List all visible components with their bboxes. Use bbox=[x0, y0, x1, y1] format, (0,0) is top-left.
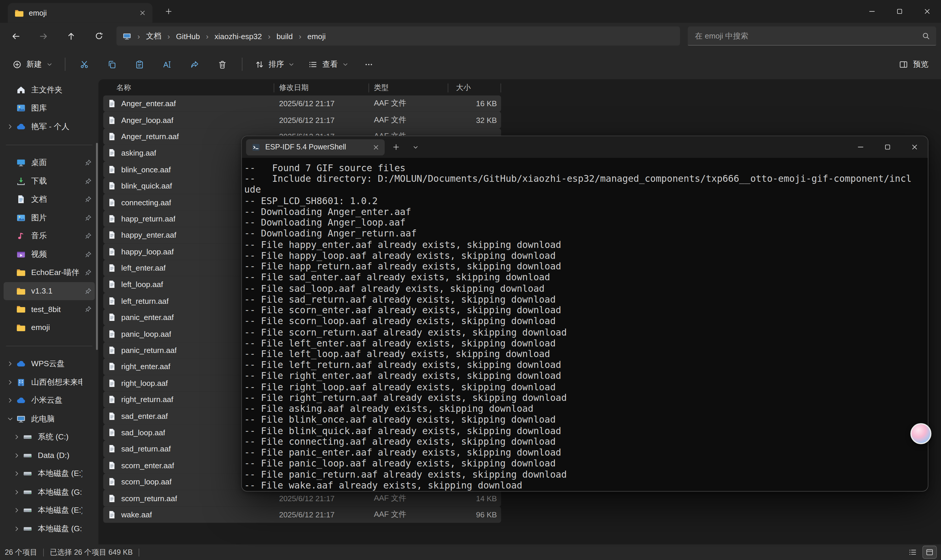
sidebar-item[interactable]: 小米云盘 bbox=[3, 392, 95, 409]
large-thumbnails-toggle[interactable] bbox=[923, 546, 936, 558]
file-icon bbox=[107, 313, 117, 322]
preview-button[interactable]: 预览 bbox=[894, 54, 934, 74]
expand-chevron-icon[interactable] bbox=[10, 507, 23, 513]
delete-button[interactable] bbox=[210, 54, 234, 74]
sidebar-item[interactable]: 艳军 - 个人 bbox=[3, 118, 95, 135]
sidebar-item[interactable]: 本地磁盘 (G:) bbox=[10, 483, 95, 501]
tab-close-button[interactable] bbox=[137, 8, 148, 18]
terminal-line: -- File happ_return.aaf already exists, … bbox=[244, 261, 926, 272]
search-input[interactable] bbox=[694, 31, 922, 41]
terminal-new-tab-button[interactable] bbox=[388, 139, 404, 155]
terminal-maximize-button[interactable] bbox=[874, 136, 901, 158]
file-row[interactable]: Anger_loop.aaf 2025/6/12 21:17 AAF 文件 32… bbox=[103, 112, 501, 128]
sidebar-item[interactable]: 桌面 bbox=[3, 154, 95, 171]
terminal-tab-dropdown-button[interactable] bbox=[407, 139, 423, 155]
terminal-tab-close-button[interactable] bbox=[372, 144, 379, 150]
new-button[interactable]: 新建 bbox=[7, 54, 57, 74]
terminal-titlebar[interactable]: ESP-IDF 5.4 PowerShell bbox=[242, 136, 928, 158]
rename-button[interactable] bbox=[155, 54, 179, 74]
expand-chevron-icon[interactable] bbox=[10, 471, 23, 477]
terminal-output[interactable]: -- Found 7 GIF source files-- Include di… bbox=[242, 158, 928, 491]
floating-avatar[interactable] bbox=[910, 423, 931, 444]
file-name: panic_loop.aaf bbox=[121, 329, 171, 338]
column-header[interactable]: 名称 bbox=[103, 80, 274, 95]
back-button[interactable] bbox=[6, 26, 26, 46]
expand-chevron-icon[interactable] bbox=[3, 416, 16, 422]
sidebar-item[interactable]: test_8bit bbox=[3, 300, 95, 318]
expand-chevron-icon[interactable] bbox=[3, 123, 16, 129]
explorer-tabstrip: emoji bbox=[0, 0, 941, 23]
paste-button[interactable] bbox=[128, 54, 152, 74]
expand-chevron-icon[interactable] bbox=[10, 526, 23, 531]
sidebar-item[interactable]: 图片 bbox=[3, 209, 95, 226]
pin-icon bbox=[85, 251, 92, 258]
cut-button[interactable] bbox=[72, 54, 97, 74]
expand-chevron-icon[interactable] bbox=[10, 452, 23, 458]
sidebar-item[interactable]: 此电脑 bbox=[3, 410, 95, 428]
sidebar-item[interactable]: emoji bbox=[3, 319, 95, 337]
sidebar-item[interactable]: 主文件夹 bbox=[3, 81, 95, 99]
file-name: sad_enter.aaf bbox=[121, 411, 168, 421]
breadcrumb-item[interactable]: emoji bbox=[307, 31, 326, 41]
minimize-button[interactable] bbox=[858, 0, 886, 23]
up-button[interactable] bbox=[61, 26, 81, 46]
file-icon bbox=[107, 198, 117, 207]
column-header[interactable]: 类型 bbox=[369, 80, 448, 95]
sidebar-item[interactable]: 视频 bbox=[3, 246, 95, 263]
sidebar-item[interactable]: 图库 bbox=[3, 99, 95, 117]
file-date: 2025/6/12 21:17 bbox=[274, 494, 369, 503]
column-header[interactable]: 修改日期 bbox=[274, 80, 369, 95]
breadcrumb-item[interactable]: xiaozhi-esp32 bbox=[214, 31, 262, 41]
file-icon bbox=[107, 115, 117, 125]
column-header[interactable]: 大小 bbox=[448, 80, 501, 95]
sidebar-scrollbar[interactable] bbox=[96, 143, 98, 350]
expand-chevron-icon[interactable] bbox=[3, 379, 16, 385]
file-row[interactable]: scorn_return.aaf 2025/6/12 21:17 AAF 文件 … bbox=[103, 490, 501, 506]
sidebar-item[interactable]: WPS云盘 bbox=[3, 355, 95, 373]
pin-icon bbox=[85, 287, 92, 294]
refresh-button[interactable] bbox=[89, 26, 109, 46]
file-row[interactable]: wake.aaf 2025/6/12 21:17 AAF 文件 96 KB bbox=[103, 506, 501, 523]
expand-chevron-icon[interactable] bbox=[10, 434, 23, 440]
file-icon bbox=[107, 428, 117, 437]
sidebar-item[interactable]: Data (D:) bbox=[10, 446, 95, 464]
breadcrumb-item[interactable]: GitHub bbox=[176, 31, 200, 41]
terminal-tab[interactable]: ESP-IDF 5.4 PowerShell bbox=[246, 139, 384, 155]
close-button[interactable] bbox=[913, 0, 941, 23]
breadcrumb-item[interactable]: build bbox=[277, 31, 292, 41]
breadcrumb-item[interactable]: 文档 bbox=[146, 31, 161, 41]
explorer-tab[interactable]: emoji bbox=[8, 3, 152, 23]
sidebar-item[interactable]: 系统 (C:) bbox=[10, 428, 95, 446]
terminal-close-button[interactable] bbox=[901, 136, 928, 158]
sort-button[interactable]: 排序 bbox=[249, 54, 300, 74]
more-options-button[interactable] bbox=[357, 54, 381, 74]
terminal-minimize-button[interactable] bbox=[847, 136, 874, 158]
sidebar-item[interactable]: 本地磁盘 (G:) bbox=[10, 520, 95, 537]
file-type: AAF 文件 bbox=[369, 98, 448, 109]
sidebar-item-icon bbox=[16, 176, 26, 186]
share-button[interactable] bbox=[183, 54, 207, 74]
file-row[interactable]: Anger_enter.aaf 2025/6/12 21:17 AAF 文件 1… bbox=[103, 95, 501, 112]
new-tab-button[interactable] bbox=[161, 3, 177, 19]
search-box[interactable] bbox=[688, 26, 936, 46]
file-name: blink_quick.aaf bbox=[121, 182, 172, 191]
sidebar-item[interactable]: 音乐 bbox=[3, 227, 95, 245]
details-view-toggle[interactable] bbox=[906, 546, 919, 558]
view-button[interactable]: 查看 bbox=[303, 54, 354, 74]
sidebar-item[interactable]: 山西创想未来电- bbox=[3, 373, 95, 391]
sidebar-item[interactable]: 文档 bbox=[3, 191, 95, 208]
forward-button[interactable] bbox=[34, 26, 53, 46]
maximize-button[interactable] bbox=[886, 0, 913, 23]
sidebar-item[interactable]: v1.3.1 bbox=[3, 282, 95, 300]
sidebar-item[interactable]: 本地磁盘 (E:) bbox=[10, 465, 95, 483]
file-type: AAF 文件 bbox=[369, 493, 448, 503]
expand-chevron-icon[interactable] bbox=[3, 361, 16, 367]
sidebar-item[interactable]: EchoEar-喵伴 bbox=[3, 264, 95, 282]
expand-chevron-icon[interactable] bbox=[10, 489, 23, 495]
sidebar-item[interactable]: 下载 bbox=[3, 172, 95, 190]
pin-icon bbox=[85, 159, 92, 166]
copy-button[interactable] bbox=[100, 54, 124, 74]
sidebar-item[interactable]: 本地磁盘 (E:) bbox=[10, 502, 95, 519]
expand-chevron-icon[interactable] bbox=[3, 398, 16, 403]
breadcrumb[interactable]: ›文档›GitHub›xiaozhi-esp32›build›emoji bbox=[117, 26, 680, 46]
